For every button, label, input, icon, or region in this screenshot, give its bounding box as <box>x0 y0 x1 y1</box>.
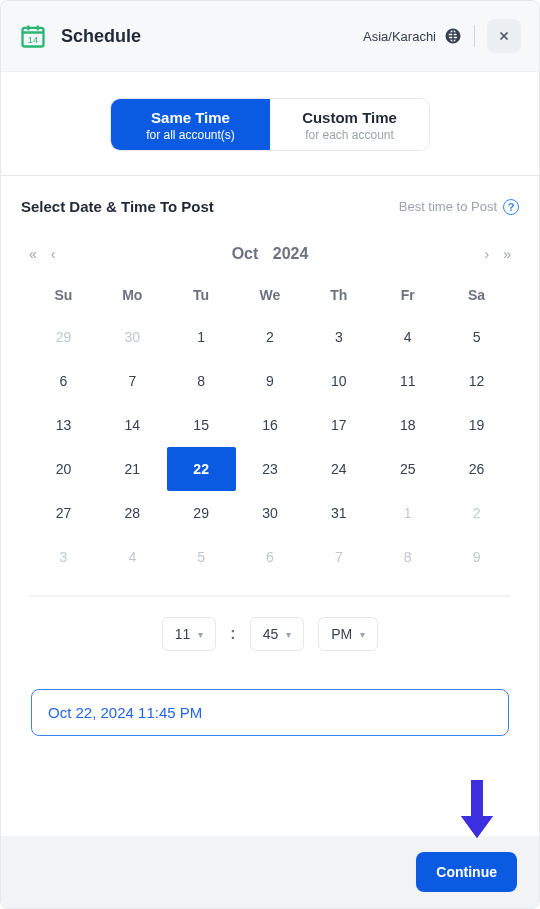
calendar-day[interactable]: 25 <box>373 447 442 491</box>
calendar-day[interactable]: 3 <box>29 535 98 579</box>
calendar-week: 20212223242526 <box>29 447 511 491</box>
calendar-day[interactable]: 7 <box>98 359 167 403</box>
calendar-week: 293012345 <box>29 315 511 359</box>
calendar-day[interactable]: 5 <box>167 535 236 579</box>
calendar-icon: 14 <box>19 22 47 50</box>
calendar-day[interactable]: 11 <box>373 359 442 403</box>
calendar-day[interactable]: 1 <box>373 491 442 535</box>
calendar-day[interactable]: 29 <box>167 491 236 535</box>
time-picker: 11 ▾ : 45 ▾ PM ▾ <box>29 617 511 651</box>
tab-same-time[interactable]: Same Time for all account(s) <box>111 99 270 150</box>
mode-toggle: Same Time for all account(s) Custom Time… <box>1 72 539 176</box>
calendar-day[interactable]: 21 <box>98 447 167 491</box>
chevron-down-icon: ▾ <box>198 629 203 640</box>
timezone-label[interactable]: Asia/Karachi <box>363 29 436 44</box>
ampm-select[interactable]: PM ▾ <box>318 617 378 651</box>
dow-cell: Su <box>29 277 98 315</box>
calendar-day[interactable]: 5 <box>442 315 511 359</box>
calendar-day[interactable]: 24 <box>304 447 373 491</box>
page-title: Schedule <box>61 26 363 47</box>
calendar-day[interactable]: 6 <box>236 535 305 579</box>
day-of-week-header: SuMoTuWeThFrSa <box>29 277 511 315</box>
time-colon: : <box>230 625 235 643</box>
minute-value: 45 <box>263 626 279 642</box>
section-label: Select Date & Time To Post <box>21 198 214 215</box>
calendar-day[interactable]: 9 <box>442 535 511 579</box>
calendar-day[interactable]: 12 <box>442 359 511 403</box>
calendar-day[interactable]: 4 <box>98 535 167 579</box>
dow-cell: Tu <box>167 277 236 315</box>
calendar-day[interactable]: 26 <box>442 447 511 491</box>
calendar-day[interactable]: 19 <box>442 403 511 447</box>
calendar-year: 2024 <box>273 245 309 262</box>
tab-label: Custom Time <box>284 109 415 126</box>
calendar-day[interactable]: 18 <box>373 403 442 447</box>
minute-select[interactable]: 45 ▾ <box>250 617 305 651</box>
close-button[interactable] <box>487 19 521 53</box>
calendar-week: 272829303112 <box>29 491 511 535</box>
calendar-month: Oct <box>232 245 259 262</box>
calendar-day[interactable]: 2 <box>442 491 511 535</box>
ampm-value: PM <box>331 626 352 642</box>
calendar-day[interactable]: 8 <box>167 359 236 403</box>
footer: Continue <box>1 836 539 908</box>
calendar-week: 3456789 <box>29 535 511 579</box>
dow-cell: Mo <box>98 277 167 315</box>
globe-icon[interactable] <box>444 27 462 45</box>
best-time-link[interactable]: Best time to Post ? <box>399 199 519 215</box>
calendar-day[interactable]: 15 <box>167 403 236 447</box>
calendar-day[interactable]: 30 <box>236 491 305 535</box>
calendar-day[interactable]: 14 <box>98 403 167 447</box>
calendar-day[interactable]: 2 <box>236 315 305 359</box>
dow-cell: Sa <box>442 277 511 315</box>
best-time-label: Best time to Post <box>399 199 497 214</box>
section-head: Select Date & Time To Post Best time to … <box>1 176 539 223</box>
calendar-title: Oct 2024 <box>232 245 309 263</box>
tab-sublabel: for each account <box>284 128 415 142</box>
tab-custom-time[interactable]: Custom Time for each account <box>270 99 429 150</box>
calendar-nav: « ‹ Oct 2024 › » <box>29 235 511 277</box>
hour-select[interactable]: 11 ▾ <box>162 617 217 651</box>
tab-label: Same Time <box>125 109 256 126</box>
divider <box>474 25 475 47</box>
calendar-day[interactable]: 3 <box>304 315 373 359</box>
calendar-day[interactable]: 1 <box>167 315 236 359</box>
calendar-day[interactable]: 23 <box>236 447 305 491</box>
calendar-week: 6789101112 <box>29 359 511 403</box>
prev-year-button[interactable]: « <box>29 246 37 262</box>
calendar-day[interactable]: 16 <box>236 403 305 447</box>
calendar-day[interactable]: 31 <box>304 491 373 535</box>
calendar-day[interactable]: 20 <box>29 447 98 491</box>
svg-text:14: 14 <box>28 35 38 45</box>
next-year-button[interactable]: » <box>503 246 511 262</box>
dow-cell: Th <box>304 277 373 315</box>
chevron-down-icon: ▾ <box>286 629 291 640</box>
calendar-day[interactable]: 30 <box>98 315 167 359</box>
calendar-day[interactable]: 7 <box>304 535 373 579</box>
calendar-day[interactable]: 8 <box>373 535 442 579</box>
chevron-down-icon: ▾ <box>360 629 365 640</box>
next-month-button[interactable]: › <box>485 246 490 262</box>
selected-datetime-field[interactable]: Oct 22, 2024 11:45 PM <box>31 689 509 736</box>
calendar-day[interactable]: 9 <box>236 359 305 403</box>
dow-cell: We <box>236 277 305 315</box>
calendar-week: 13141516171819 <box>29 403 511 447</box>
help-icon: ? <box>503 199 519 215</box>
continue-button[interactable]: Continue <box>416 852 517 892</box>
calendar-day[interactable]: 10 <box>304 359 373 403</box>
header: 14 Schedule Asia/Karachi <box>1 1 539 72</box>
calendar-day[interactable]: 27 <box>29 491 98 535</box>
calendar-day[interactable]: 13 <box>29 403 98 447</box>
dow-cell: Fr <box>373 277 442 315</box>
selected-datetime-value: Oct 22, 2024 11:45 PM <box>48 704 202 721</box>
calendar-day[interactable]: 6 <box>29 359 98 403</box>
calendar-day[interactable]: 28 <box>98 491 167 535</box>
divider <box>29 595 511 597</box>
calendar-day[interactable]: 22 <box>167 447 236 491</box>
calendar-day[interactable]: 29 <box>29 315 98 359</box>
calendar-day[interactable]: 17 <box>304 403 373 447</box>
calendar-day[interactable]: 4 <box>373 315 442 359</box>
prev-month-button[interactable]: ‹ <box>51 246 56 262</box>
calendar-grid: 2930123456789101112131415161718192021222… <box>29 315 511 579</box>
tab-sublabel: for all account(s) <box>125 128 256 142</box>
